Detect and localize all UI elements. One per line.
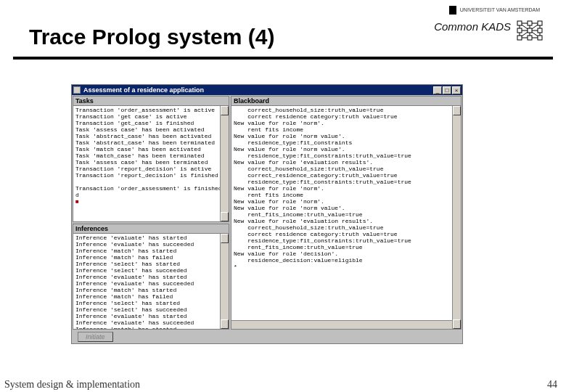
panes: Tasks Transaction 'order_assessment' is … [72,95,462,330]
tasks-pane: Tasks Transaction 'order_assessment' is … [73,96,229,222]
grid-icon [515,20,544,41]
scrollbar-horizontal[interactable] [231,320,452,329]
slide: UNIVERSITEIT VAN AMSTERDAM Common KADS T… [0,0,566,392]
badge-icon [449,6,456,15]
svg-rect-14 [517,36,522,40]
close-button[interactable]: × [452,86,461,94]
inferences-content: Inference 'evaluate' has started Inferen… [73,234,229,329]
svg-rect-10 [538,21,542,25]
scrollbar-vertical[interactable] [220,106,229,221]
svg-rect-16 [538,36,542,40]
inferences-header: Inferences [73,224,229,234]
blackboard-pane: Blackboard correct_household_size:truth_… [231,96,462,330]
logo-area: UNIVERSITEIT VAN AMSTERDAM Common KADS [421,6,544,49]
slide-title: Trace Prolog system (4) [29,25,274,49]
commonkads-text: Common KADS [434,20,511,33]
app-icon [73,86,81,94]
svg-rect-11 [517,28,522,33]
scrollbar-vertical[interactable] [220,234,229,329]
footer-left: System design & implementation [4,379,140,391]
university-name: UNIVERSITEIT VAN AMSTERDAM [460,7,540,12]
svg-rect-9 [528,21,532,25]
scrollbar-vertical[interactable] [452,106,461,329]
blackboard-content: correct_household_size:truth_value=true … [231,106,461,271]
inferences-pane: Inferences Inference 'evaluate' has star… [73,224,229,330]
initiate-button[interactable]: Initiate [78,332,113,342]
university-logo: UNIVERSITEIT VAN AMSTERDAM [421,6,544,15]
window-title: Assessment of a residence application [83,86,432,94]
blackboard-header: Blackboard [231,97,461,106]
tasks-header: Tasks [73,97,229,106]
maximize-button[interactable]: □ [443,86,451,94]
footer-page-number: 44 [547,379,557,391]
svg-rect-13 [538,28,542,33]
tasks-content: Transaction 'order_assessment' is active… [73,106,229,205]
slide-footer: System design & implementation 44 [4,379,557,391]
svg-rect-12 [528,28,532,33]
commonkads-logo: Common KADS [421,20,544,33]
bottom-bar: Initiate [72,330,462,343]
svg-rect-8 [517,21,522,25]
title-rule [13,57,553,60]
app-window: Assessment of a residence application _ … [71,84,463,344]
minimize-button[interactable]: _ [433,86,442,94]
titlebar[interactable]: Assessment of a residence application _ … [72,85,462,95]
svg-rect-15 [528,36,532,40]
